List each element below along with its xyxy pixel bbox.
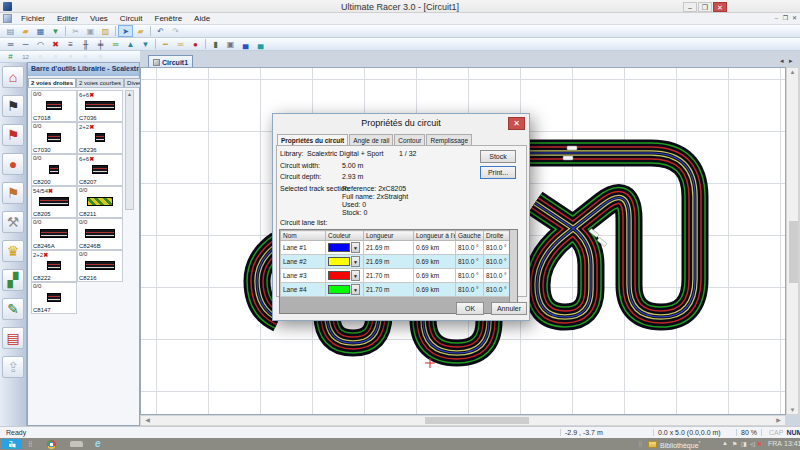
library-taskbar-button[interactable]: Bibliothèque°	[660, 440, 701, 449]
border-piece-icon[interactable]: ━	[158, 38, 173, 50]
export-icon[interactable]: ⇪	[2, 356, 24, 378]
lane-row-4[interactable]: Lane #4 ▼ 21.70 m0.69 km810.0 °810.0 °	[281, 283, 512, 297]
library-item[interactable]: 0/0C7018	[31, 90, 77, 122]
horizontal-scroll-thumb[interactable]	[425, 417, 529, 424]
language-indicator[interactable]: FRA	[768, 440, 782, 447]
lane-row-1[interactable]: Lane #1 ▼ 21.69 m0.69 km810.0 °810.0 °	[281, 241, 512, 255]
tray-muted-icon[interactable]: ✖	[757, 440, 762, 447]
open-folder-icon[interactable]: ▰	[18, 25, 33, 37]
library-item[interactable]: 0/0C8200	[31, 154, 77, 186]
rotate-tool-icon[interactable]: ▫	[63, 51, 78, 63]
lane4-color-dropdown-icon[interactable]: ▼	[351, 284, 360, 295]
helmet-icon[interactable]: ●	[2, 153, 24, 175]
menu-fenetre[interactable]: Fenêtre	[149, 13, 189, 24]
child-minimize-button[interactable]: –	[772, 15, 781, 23]
maximize-button[interactable]: ❒	[698, 2, 712, 12]
pan-tool-icon[interactable]: ▫	[48, 51, 63, 63]
print-icon[interactable]: ▤	[2, 327, 24, 349]
library-item[interactable]: 2+2✖C8222	[31, 250, 77, 282]
tray-volume-icon[interactable]: ◁	[750, 440, 755, 447]
library-item[interactable]: 0/0C8216	[77, 250, 123, 282]
tray-network-icon[interactable]: ◨	[741, 440, 747, 447]
new-file-icon[interactable]: ▤	[3, 25, 18, 37]
menu-fichier[interactable]: Fichier	[15, 13, 51, 24]
library-item[interactable]: 6+6✖C8207	[77, 154, 123, 186]
finish-flag-icon[interactable]: ⚑	[2, 95, 24, 117]
child-close-button[interactable]: ✕	[790, 15, 799, 23]
tray-flag-icon[interactable]: ⚑	[732, 440, 737, 447]
draw-icon[interactable]: ✎	[2, 298, 24, 320]
clock[interactable]: 13:41	[784, 440, 800, 447]
library-item[interactable]: 0/0C7030	[31, 122, 77, 154]
snap-grid-icon[interactable]: #	[3, 51, 18, 63]
lane3-color-dropdown-icon[interactable]: ▼	[351, 270, 360, 281]
race-flags-icon[interactable]: ⚑	[2, 124, 24, 146]
redo-icon[interactable]: ↷	[168, 25, 183, 37]
print-button[interactable]: Print...	[480, 166, 516, 179]
straight-piece-icon[interactable]: ═	[3, 38, 18, 50]
library-item[interactable]: 0/0C8246B	[77, 218, 123, 250]
start-button[interactable]	[2, 439, 22, 449]
child-restore-button[interactable]: ❒	[781, 15, 790, 23]
measure-tool-icon[interactable]: ▫	[78, 51, 93, 63]
library-folder-icon[interactable]	[648, 441, 657, 448]
lower-track-icon[interactable]: ▼	[138, 38, 153, 50]
garage-icon[interactable]: ⌂	[2, 66, 24, 88]
library-scrollbar[interactable]: ▲	[125, 90, 134, 210]
pinned-apps-icon[interactable]: ⣿	[28, 440, 33, 447]
horizontal-scrollbar[interactable]: ◀ ▶	[140, 415, 786, 426]
zoom-tool-icon[interactable]: ▫	[33, 51, 48, 63]
tab-2-voies-courbes[interactable]: 2 voies courbes	[76, 78, 124, 87]
stop-piece-icon[interactable]: ●	[188, 38, 203, 50]
table-scrollbar[interactable]	[509, 230, 517, 304]
intern-explorer-icon[interactable]: e	[95, 438, 101, 449]
library-item[interactable]: 0/0C8147	[31, 282, 77, 314]
lane-curve-icon[interactable]: ╫	[78, 38, 93, 50]
info-tool-icon[interactable]: ▫	[93, 51, 108, 63]
car-teal-icon[interactable]: ▄	[253, 38, 268, 50]
lane2-color-dropdown-icon[interactable]: ▼	[351, 256, 360, 267]
menu-aide[interactable]: Aide	[188, 13, 216, 24]
show-hidden-icons[interactable]: ▲	[722, 440, 728, 446]
car-blue-icon[interactable]: ▄	[238, 38, 253, 50]
ultimate-racer-taskbar-icon[interactable]	[70, 441, 83, 447]
close-button[interactable]: ✕	[713, 2, 727, 12]
lane-straight-icon[interactable]: ≡	[63, 38, 78, 50]
cut-icon[interactable]: ✂	[68, 25, 83, 37]
pillar-icon[interactable]: ▮	[208, 38, 223, 50]
library-item[interactable]: 0/0C8211	[77, 186, 123, 218]
crossing-icon[interactable]: ╪	[93, 38, 108, 50]
lane-row-2[interactable]: Lane #2 ▼ 21.69 m0.69 km810.0 °810.0 °	[281, 255, 512, 269]
menu-vues[interactable]: Vues	[84, 13, 114, 24]
delete-piece-icon[interactable]: ✖	[48, 38, 63, 50]
stock-button[interactable]: Stock	[480, 150, 516, 163]
chrome-icon[interactable]	[47, 440, 56, 449]
green-straight-icon[interactable]: ═	[108, 38, 123, 50]
select-cursor-icon[interactable]: ➤	[118, 25, 133, 37]
camera-icon[interactable]: ▣	[223, 38, 238, 50]
library-item[interactable]: 0/0C8246A	[31, 218, 77, 250]
doc-tab-scroll-right-icon[interactable]: ▸	[789, 57, 793, 65]
library-item[interactable]: 6+6✖C7036	[77, 90, 123, 122]
half-straight-icon[interactable]: ─	[18, 38, 33, 50]
copy-icon[interactable]: ▣	[83, 25, 98, 37]
pit-car-icon[interactable]: ⚑	[2, 182, 24, 204]
ok-button[interactable]: OK	[456, 302, 484, 315]
tools-icon[interactable]: ⚒	[2, 211, 24, 233]
vertical-scroll-thumb[interactable]	[789, 221, 798, 283]
cancel-button[interactable]: Annuler	[491, 302, 527, 315]
trophy-icon[interactable]: ♛	[2, 240, 24, 262]
banked-curve-icon[interactable]: ═	[173, 38, 188, 50]
stats-icon[interactable]: ▞	[2, 269, 24, 291]
curve-piece-icon[interactable]: ◠	[33, 38, 48, 50]
vertical-scrollbar[interactable]: ▲ ▼	[786, 67, 799, 415]
minimize-button[interactable]: –	[683, 2, 697, 12]
menu-editer[interactable]: Editer	[51, 13, 84, 24]
lane-row-3[interactable]: Lane #3 ▼ 21.70 m0.69 km810.0 °810.0 °	[281, 269, 512, 283]
paste-icon[interactable]: ▨	[98, 25, 113, 37]
menu-circuit[interactable]: Circuit	[114, 13, 149, 24]
fill-icon[interactable]: ▰	[133, 25, 148, 37]
tab-2-voies-droites[interactable]: 2 voies droites	[28, 78, 76, 87]
lane1-color-dropdown-icon[interactable]: ▼	[351, 242, 360, 253]
undo-icon[interactable]: ↶	[153, 25, 168, 37]
